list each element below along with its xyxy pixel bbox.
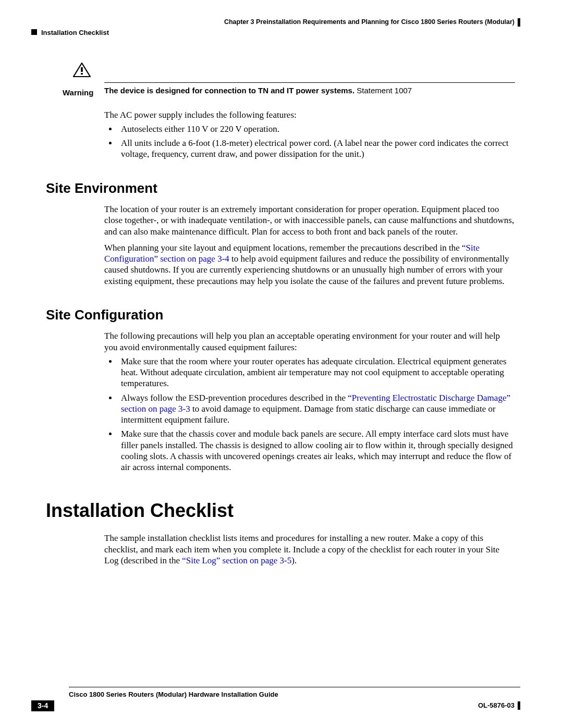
svg-rect-1 xyxy=(81,67,83,72)
site-log-link[interactable]: “Site Log” section on page 3-5 xyxy=(182,556,291,565)
warning-text: The device is designed for connection to… xyxy=(104,85,515,96)
site-configuration-body: The following precautions will help you … xyxy=(104,330,515,473)
install-p1: The sample installation checklist lists … xyxy=(104,533,515,566)
ac-power-section: The AC power supply includes the followi… xyxy=(104,109,515,160)
list-item: Make sure that the room where your route… xyxy=(118,356,515,389)
site-environment-body: The location of your router is an extrem… xyxy=(104,204,515,287)
header-square-marker xyxy=(31,29,37,35)
installation-checklist-heading: Installation Checklist xyxy=(46,499,515,522)
svg-rect-2 xyxy=(81,73,83,75)
warning-label: Warning xyxy=(46,88,104,98)
warning-rule xyxy=(104,82,515,83)
list-item: Make sure that the chassis cover and mod… xyxy=(118,428,515,473)
body-text: When planning your site layout and equip… xyxy=(104,243,462,253)
ac-intro-text: The AC power supply includes the followi… xyxy=(104,109,515,120)
page-content: Warning The device is designed for conne… xyxy=(46,63,515,569)
site-env-p1: The location of your router is an extrem… xyxy=(104,204,515,237)
body-text: ). xyxy=(291,556,297,565)
list-item: All units include a 6-foot (1.8-meter) e… xyxy=(118,138,515,160)
footer-guide-title: Cisco 1800 Series Routers (Modular) Hard… xyxy=(69,690,520,699)
list-item: Always follow the ESD-prevention procedu… xyxy=(118,392,515,426)
footer-rule xyxy=(69,687,520,687)
footer-document-id: OL-5876-03 xyxy=(478,701,520,710)
body-text: Always follow the ESD-prevention procedu… xyxy=(121,393,348,403)
warning-bold-text: The device is designed for connection to… xyxy=(104,86,354,95)
page-footer: Cisco 1800 Series Routers (Modular) Hard… xyxy=(31,687,520,711)
site-env-p2: When planning your site layout and equip… xyxy=(104,242,515,287)
site-cfg-bullet-list: Make sure that the room where your route… xyxy=(104,356,515,473)
header-breadcrumb: Installation Checklist xyxy=(31,27,520,38)
site-environment-heading: Site Environment xyxy=(46,180,515,197)
body-text: The sample installation checklist lists … xyxy=(104,533,499,565)
ac-bullet-list: Autoselects either 110 V or 220 V operat… xyxy=(104,124,515,160)
footer-page-number: 3-4 xyxy=(31,700,54,712)
page-header: Chapter 3 Preinstallation Requirements a… xyxy=(31,18,520,38)
header-chapter-line: Chapter 3 Preinstallation Requirements a… xyxy=(31,18,520,27)
installation-checklist-body: The sample installation checklist lists … xyxy=(104,533,515,566)
warning-block: Warning The device is designed for conne… xyxy=(46,63,515,98)
site-cfg-intro: The following precautions will help you … xyxy=(104,330,515,353)
site-configuration-heading: Site Configuration xyxy=(46,306,515,324)
header-section-label: Installation Checklist xyxy=(41,29,109,36)
list-item: Autoselects either 110 V or 220 V operat… xyxy=(118,124,515,134)
warning-tail-text: Statement 1007 xyxy=(354,86,412,95)
warning-icon xyxy=(73,63,104,80)
